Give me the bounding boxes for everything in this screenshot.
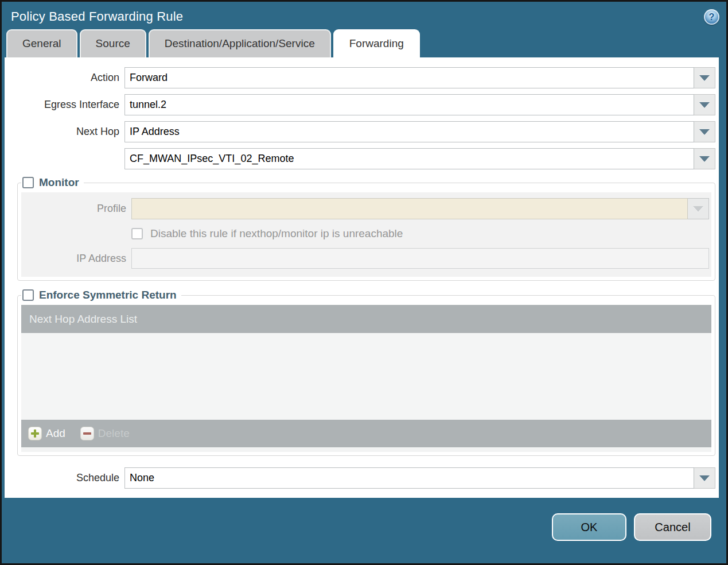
disable-rule-checkbox <box>131 228 143 239</box>
monitor-checkbox[interactable] <box>22 177 34 188</box>
enforce-symmetric-return-legend: Enforce Symmetric Return <box>21 289 181 301</box>
next-hop-address-list-toolbar: Add Delete <box>21 420 711 447</box>
ok-button[interactable]: OK <box>552 513 626 541</box>
dialog-titlebar: Policy Based Forwarding Rule ? <box>2 2 726 28</box>
next-hop-label: Next Hop <box>5 126 124 138</box>
next-hop-address-list-table: Next Hop Address List Add Delete <box>21 305 711 452</box>
enforce-symmetric-return-legend-label: Enforce Symmetric Return <box>39 289 177 301</box>
tab-source[interactable]: Source <box>80 29 146 57</box>
chevron-down-icon <box>699 129 710 135</box>
monitor-section: Monitor Profile Disable this rule if nex… <box>17 176 715 281</box>
tab-content-forwarding: Action Forward Egress Interface tunnel.2… <box>5 57 719 498</box>
action-input[interactable]: Forward <box>124 67 694 88</box>
action-dropdown-button[interactable] <box>694 67 715 88</box>
chevron-down-icon <box>699 75 710 81</box>
tab-general[interactable]: General <box>6 29 77 57</box>
chevron-down-icon <box>699 102 710 108</box>
disable-rule-row: Disable this rule if nexthop/monitor ip … <box>21 227 709 240</box>
plus-icon <box>28 427 42 440</box>
next-hop-address-dropdown-button[interactable] <box>694 148 715 169</box>
tab-forwarding[interactable]: Forwarding <box>333 29 420 57</box>
cancel-button[interactable]: Cancel <box>634 513 711 541</box>
profile-input <box>131 198 688 219</box>
egress-interface-label: Egress Interface <box>5 99 124 111</box>
monitor-ip-address-label: IP Address <box>21 253 131 265</box>
next-hop-address-list-body[interactable] <box>21 333 711 420</box>
delete-button: Delete <box>80 427 130 440</box>
schedule-label: Schedule <box>5 472 124 484</box>
profile-label: Profile <box>21 203 131 215</box>
minus-icon <box>80 427 94 440</box>
next-hop-type-dropdown-button[interactable] <box>694 121 715 142</box>
monitor-legend: Monitor <box>21 176 84 189</box>
next-hop-address-list-header: Next Hop Address List <box>21 305 711 333</box>
next-hop-address-row: CF_MWAN_IPsec_VTI_02_Remote <box>5 148 719 169</box>
add-button[interactable]: Add <box>28 427 65 440</box>
monitor-panel: Profile Disable this rule if nexthop/mon… <box>21 192 711 277</box>
enforce-symmetric-return-section: Enforce Symmetric Return Next Hop Addres… <box>17 289 715 456</box>
monitor-ip-address-row: IP Address <box>21 248 709 269</box>
egress-interface-row: Egress Interface tunnel.2 <box>5 94 719 115</box>
monitor-ip-address-input <box>131 248 709 269</box>
table-bottom-strip <box>21 447 711 452</box>
help-icon[interactable]: ? <box>704 9 719 25</box>
tab-bar: General Source Destination/Application/S… <box>2 28 726 57</box>
disable-rule-label: Disable this rule if nexthop/monitor ip … <box>150 227 403 240</box>
next-hop-row: Next Hop IP Address <box>5 121 719 142</box>
next-hop-type-input[interactable]: IP Address <box>124 121 694 142</box>
chevron-down-icon <box>693 206 703 212</box>
egress-interface-dropdown-button[interactable] <box>694 94 715 115</box>
monitor-legend-label: Monitor <box>39 176 79 189</box>
schedule-input[interactable]: None <box>124 467 694 489</box>
profile-row: Profile <box>21 198 709 219</box>
next-hop-address-input[interactable]: CF_MWAN_IPsec_VTI_02_Remote <box>124 148 694 169</box>
enforce-symmetric-return-checkbox[interactable] <box>22 289 34 301</box>
dialog-title: Policy Based Forwarding Rule <box>11 9 183 24</box>
schedule-row: Schedule None <box>5 467 719 489</box>
tab-destination-application-service[interactable]: Destination/Application/Service <box>149 29 331 57</box>
action-row: Action Forward <box>5 67 719 88</box>
delete-button-label: Delete <box>98 427 130 440</box>
chevron-down-icon <box>699 156 710 162</box>
action-label: Action <box>5 72 124 84</box>
chevron-down-icon <box>699 475 710 481</box>
dialog-footer: OK Cancel <box>2 498 726 541</box>
egress-interface-input[interactable]: tunnel.2 <box>124 94 694 115</box>
policy-based-forwarding-dialog: Policy Based Forwarding Rule ? General S… <box>0 0 728 565</box>
add-button-label: Add <box>46 427 65 440</box>
profile-dropdown-button <box>688 198 709 219</box>
schedule-dropdown-button[interactable] <box>694 467 715 489</box>
